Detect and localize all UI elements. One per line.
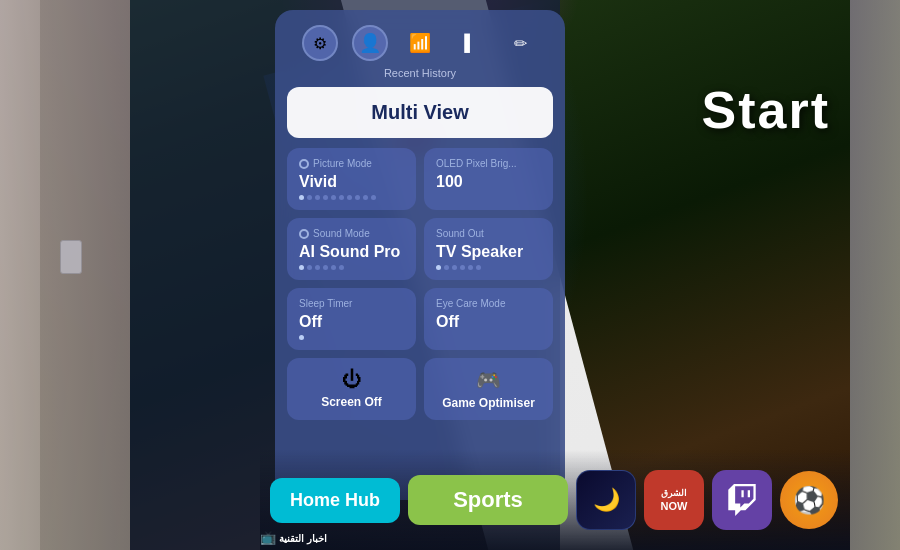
twitch-icon[interactable] (712, 470, 772, 530)
wifi-icon[interactable]: 📶 (402, 25, 438, 61)
tv-background: Start ⚙ 👤 📶 ▌ ✏ (0, 0, 900, 550)
sleep-timer-dots (299, 335, 404, 340)
search-icon (299, 229, 309, 239)
sound-mode-label: Sound Mode (299, 228, 404, 239)
picture-mode-value: Vivid (299, 173, 404, 191)
sound-out-dots (436, 265, 541, 270)
sound-out-value: TV Speaker (436, 243, 541, 261)
quick-settings-panel: ⚙ 👤 📶 ▌ ✏ Recent History Multi View (275, 10, 565, 500)
screen-off-icon: ⏻ (299, 368, 404, 391)
settings-grid: Picture Mode Vivid (287, 148, 553, 350)
sleep-timer-label: Sleep Timer (299, 298, 404, 309)
oled-value: 100 (436, 173, 541, 191)
sound-out-label: Sound Out (436, 228, 541, 239)
multi-view-button[interactable]: Multi View (287, 87, 553, 138)
room-left-wall (0, 0, 130, 550)
game-optimiser-card[interactable]: 🎮 Game Optimiser (424, 358, 553, 420)
search-icon (299, 159, 309, 169)
panel-header: ⚙ 👤 📶 ▌ ✏ (287, 25, 553, 61)
settings-icon[interactable]: ⚙ (302, 25, 338, 61)
game-optimiser-icon: 🎮 (436, 368, 541, 392)
eye-care-card[interactable]: Eye Care Mode Off (424, 288, 553, 350)
picture-mode-card[interactable]: Picture Mode Vivid (287, 148, 416, 210)
start-text: Start (702, 80, 830, 140)
wall-plug (60, 240, 82, 274)
sound-mode-dots (299, 265, 404, 270)
eye-care-value: Off (436, 313, 541, 331)
screen-off-card[interactable]: ⏻ Screen Off (287, 358, 416, 420)
oled-pixel-card[interactable]: OLED Pixel Brig... 100 (424, 148, 553, 210)
sound-mode-value: AI Sound Pro (299, 243, 404, 261)
picture-mode-dots (299, 195, 404, 200)
game-optimiser-label: Game Optimiser (436, 396, 541, 410)
screen-off-label: Screen Off (299, 395, 404, 409)
sports-button[interactable]: Sports (408, 475, 568, 525)
tv-screen: Start ⚙ 👤 📶 ▌ ✏ (130, 0, 850, 550)
eye-care-label: Eye Care Mode (436, 298, 541, 309)
sports-ball-icon[interactable]: ⚽ (780, 471, 838, 529)
picture-mode-label: Picture Mode (299, 158, 404, 169)
recent-history-label: Recent History (287, 67, 553, 79)
bottom-bar: Home Hub Sports 🌙 الشرق NOW ⚽ (260, 450, 850, 550)
sleep-timer-value: Off (299, 313, 404, 331)
home-hub-button[interactable]: Home Hub (270, 478, 400, 523)
tv-app-icon[interactable]: 🌙 (576, 470, 636, 530)
sharq-now-icon[interactable]: الشرق NOW (644, 470, 704, 530)
signal-icon: ▌ (452, 25, 488, 61)
sound-mode-card[interactable]: Sound Mode AI Sound Pro (287, 218, 416, 280)
sleep-timer-card[interactable]: Sleep Timer Off (287, 288, 416, 350)
sound-out-card[interactable]: Sound Out TV Speaker (424, 218, 553, 280)
edit-icon[interactable]: ✏ (502, 25, 538, 61)
room-right-wall (850, 0, 900, 550)
oled-label: OLED Pixel Brig... (436, 158, 541, 169)
profile-icon[interactable]: 👤 (352, 25, 388, 61)
room-left-inner (40, 0, 130, 550)
watermark: 📺 اخبار التقنية (260, 530, 327, 545)
